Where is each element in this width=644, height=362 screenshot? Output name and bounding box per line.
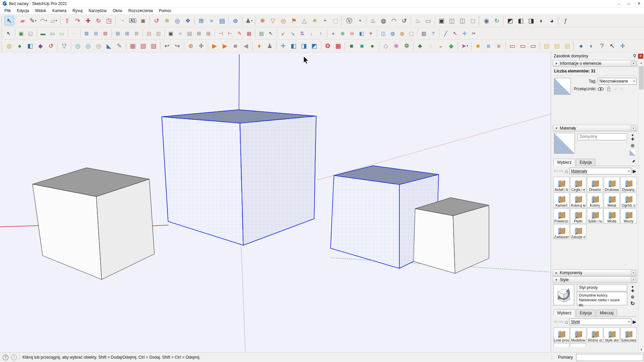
folder-item[interactable]: Modelow [570, 327, 586, 343]
folder-item[interactable]: Linie pros [553, 327, 569, 343]
wedge-blue-button[interactable]: ◣ [104, 41, 114, 51]
folder-item[interactable]: Szkło i lu [587, 208, 603, 223]
details-pane-icon[interactable]: ▶ [633, 168, 636, 174]
box-left[interactable] [33, 168, 154, 279]
tape-measure-tool-button[interactable]: ◔ [117, 16, 127, 25]
cube-purple-button[interactable]: ◆ [36, 41, 45, 51]
red-frame-2-button[interactable]: ▧ [138, 41, 148, 51]
big-blue-circle-button[interactable]: ● [576, 41, 586, 51]
menu-item[interactable]: Pomoc [156, 8, 174, 14]
cursor-3-button[interactable]: ↖ [451, 29, 459, 38]
gear-red-button[interactable]: ❂ [323, 41, 333, 51]
tab-1[interactable]: Wybierz [553, 309, 575, 317]
menu-item[interactable]: Plik [1, 8, 14, 14]
create-material-icon[interactable]: ⊕ [631, 143, 635, 148]
modeling-viewport[interactable] [0, 52, 551, 352]
toolbar-drag-handle[interactable] [573, 42, 575, 50]
folder-item[interactable]: Wzory [621, 208, 637, 223]
menu-item[interactable]: Narzędzia [86, 8, 110, 14]
tab-3[interactable]: Mieszaj [596, 309, 617, 316]
edge-style-3-button[interactable]: ▭ [57, 29, 66, 38]
plane-red-button[interactable]: ✈ [366, 29, 375, 38]
eraser-tool-button[interactable]: ▰ [18, 16, 28, 25]
levels-gray-button[interactable]: ▤ [185, 29, 194, 38]
folder-item[interactable]: Drukowa [604, 177, 620, 192]
face-x-red-button[interactable]: ⊠ [101, 29, 110, 38]
play-button-button[interactable]: ▶ [220, 41, 230, 51]
cube-tan-button[interactable]: ■ [494, 41, 504, 51]
waves-blue-button[interactable]: ≈ [176, 29, 185, 38]
scrollbar-thumb[interactable] [639, 66, 644, 90]
folder-item[interactable]: Szkicowa [621, 327, 637, 343]
style-description-field[interactable]: Domyślne kolory. Niebieskie niebo i szar… [577, 292, 627, 305]
section-frame-1-button[interactable]: ▭ [507, 41, 517, 51]
dropdown-arrow-icon[interactable]: ▾ [46, 19, 47, 22]
scroll-up-icon[interactable]: ▲ [639, 60, 644, 65]
t-split-right-button[interactable]: ⊢ [226, 29, 235, 38]
dropdown-arrow-icon[interactable]: ▾ [35, 19, 37, 22]
vray-frame-teapot-button[interactable]: ◫ [447, 16, 457, 25]
lock-icon[interactable] [607, 87, 611, 91]
measurements-input[interactable] [576, 354, 643, 361]
toolbar-drag-handle[interactable] [341, 16, 343, 25]
minimize-button[interactable]: – [614, 0, 624, 7]
styles-collection-dropdown[interactable]: Style ▾ [569, 318, 631, 325]
red-frame-1-button[interactable]: ▦ [128, 41, 138, 51]
gradient-box-button[interactable]: ▨ [257, 29, 266, 38]
folder-item[interactable] [570, 343, 586, 347]
cube-stack-blue-button[interactable]: ◧ [25, 41, 35, 51]
toolbar-drag-handle[interactable] [1, 16, 3, 25]
cube-green-button[interactable]: ■ [347, 41, 356, 51]
blob-pink-button[interactable]: ❀ [391, 41, 401, 51]
vray-render-small-button[interactable]: ♨ [413, 16, 423, 25]
folder-item[interactable]: Płytki [570, 208, 586, 223]
red-frame-3-button[interactable]: ▨ [149, 41, 158, 51]
materials-collection-dropdown[interactable]: Materiały ▾ [569, 168, 631, 174]
funnel-tool-button[interactable]: ▽ [268, 16, 278, 25]
forward-arrow-icon[interactable]: ⇨ [559, 319, 564, 325]
swirl-red-button[interactable]: ↺ [46, 41, 56, 51]
grid-gray-button[interactable]: ⊠ [132, 29, 141, 38]
box-center-selected[interactable] [162, 110, 316, 245]
folder-item[interactable]: Koloruj w [570, 193, 586, 208]
grid-blue-1-button[interactable]: ⊞ [113, 29, 122, 38]
make-component-button[interactable]: ▣ [17, 29, 26, 38]
maximize-button[interactable]: □ [624, 0, 634, 7]
folder-item[interactable]: Ogród, o [621, 193, 637, 208]
toolbar-drag-handle[interactable] [479, 16, 480, 25]
dome-tool-button[interactable]: ◓ [320, 16, 330, 25]
vray-render-button[interactable]: ♨ [368, 16, 378, 25]
help-blue-button[interactable]: ? [429, 29, 438, 38]
menu-item[interactable]: Edycja [14, 8, 32, 14]
target-orange-button[interactable]: ⊕ [186, 41, 196, 51]
viewport-canvas[interactable] [0, 52, 551, 352]
drawer-yellow-3-button[interactable]: ▤ [562, 41, 572, 51]
tab-1[interactable]: Wybierz [553, 159, 575, 166]
face-x-blue-2-button[interactable]: ⊠ [92, 29, 100, 38]
create-style-icon[interactable]: ⊕ [631, 295, 635, 299]
components-header[interactable]: ► Komponenty ✕ [553, 269, 637, 276]
folder-item[interactable] [553, 343, 569, 347]
cube-lightblue-button[interactable]: ■ [484, 41, 493, 51]
texture-sphere-button[interactable]: ◐ [537, 16, 546, 25]
drawer-yellow-2-button[interactable]: ▤ [552, 41, 562, 51]
cast-shadows-icon[interactable]: ▱ [620, 87, 623, 91]
ghost-style-button[interactable]: ▭ [70, 29, 79, 38]
menu-item[interactable]: Rysuj [69, 8, 86, 14]
ruler-diag-button[interactable]: ╱ [441, 29, 450, 38]
edge-style-1-button[interactable]: ▬ [39, 29, 47, 38]
select-tool-button[interactable]: ↖ [4, 16, 14, 25]
texture-diag-button[interactable]: ◩ [505, 16, 515, 25]
toolbar-drag-handle[interactable] [558, 16, 559, 25]
dropdown-arrow-icon[interactable]: ▾ [56, 19, 57, 22]
tree-cone-button[interactable]: ♠ [15, 41, 24, 51]
vray-lens-effects-button[interactable]: ◉ [482, 16, 491, 25]
grid-red-button[interactable]: ▦ [333, 41, 343, 51]
move-tool-button[interactable]: ✚ [83, 16, 93, 25]
texture-cube-a-button[interactable]: ◧ [516, 16, 526, 25]
section-frame-3-button[interactable]: ▭ [528, 41, 538, 51]
stone-icon-button[interactable]: ◌ [426, 41, 435, 51]
sun-tool-button[interactable]: ☀ [310, 16, 319, 25]
question-cube-button[interactable]: ? [597, 41, 607, 51]
material-name-field[interactable]: Domyślny [578, 134, 627, 140]
